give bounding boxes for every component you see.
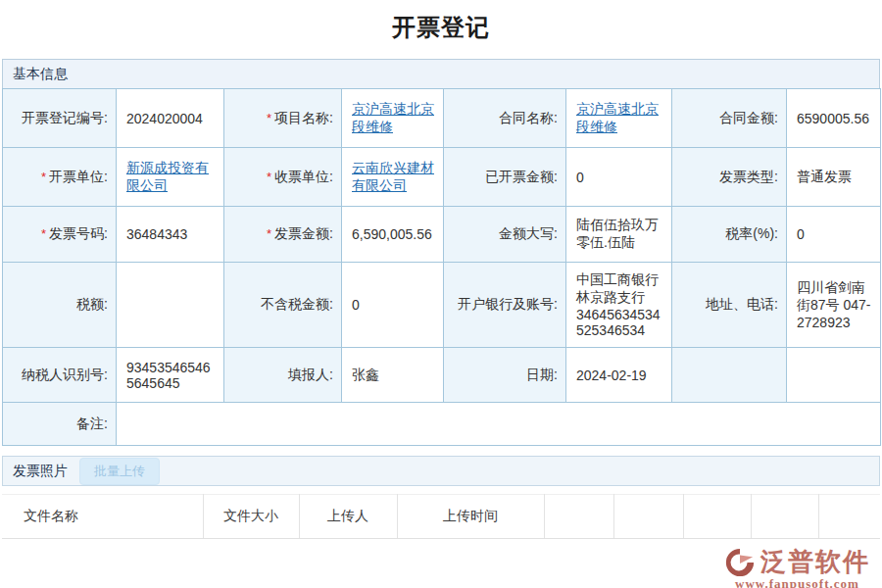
issuer-link[interactable]: 新源成投资有限公司 bbox=[126, 160, 209, 193]
field-label-invoice-type: 发票类型: bbox=[672, 148, 787, 207]
field-label-reg-no: 开票登记编号: bbox=[3, 89, 117, 148]
attachment-column-empty bbox=[544, 495, 613, 539]
section-title-invoice-photos: 发票照片 bbox=[13, 463, 68, 480]
attachment-column-uploader: 上传人 bbox=[299, 495, 397, 539]
required-asterisk: * bbox=[41, 170, 46, 184]
field-label-contract-name: 合同名称: bbox=[444, 89, 566, 148]
table-row: 开票登记编号: 2024020004 *项目名称: 京沪高速北京段维修 合同名称… bbox=[3, 89, 881, 148]
field-label-tax-amount: 税额: bbox=[3, 263, 117, 348]
required-asterisk: * bbox=[267, 226, 271, 241]
table-row: 备注: bbox=[3, 403, 881, 446]
field-value-bank-account: 中国工商银行林京路支行 34645634534525346534 bbox=[566, 263, 672, 348]
attachment-column-upload-time: 上传时间 bbox=[397, 495, 544, 539]
section-header-invoice-photos: 发票照片 批量上传 bbox=[2, 456, 880, 486]
field-value-contract-amount: 6590005.56 bbox=[787, 89, 881, 148]
project-link[interactable]: 京沪高速北京段维修 bbox=[352, 101, 434, 134]
field-label-receiver: *收票单位: bbox=[224, 148, 342, 207]
table-row: *开票单位: 新源成投资有限公司 *收票单位: 云南欣兴建材有限公司 已开票金额… bbox=[3, 148, 881, 207]
required-asterisk: * bbox=[267, 111, 271, 125]
field-label-bank-account: 开户银行及账号: bbox=[444, 263, 566, 348]
field-label-remark: 备注: bbox=[3, 403, 117, 446]
field-label-date: 日期: bbox=[444, 348, 566, 403]
attachment-column-file-size: 文件大小 bbox=[203, 495, 299, 539]
field-label-amount-excl-tax: 不含税金额: bbox=[224, 263, 342, 348]
attachments-table: 文件名称 文件大小 上传人 上传时间 bbox=[2, 494, 880, 539]
table-row: *发票号码: 36484343 *发票金额: 6,590,005.56 金额大写… bbox=[3, 207, 881, 263]
field-value-filler: 张鑫 bbox=[342, 348, 444, 403]
attachment-column-empty bbox=[751, 495, 818, 539]
brand-url[interactable]: www.fanpusoft.com bbox=[735, 576, 859, 588]
field-value-issuer: 新源成投资有限公司 bbox=[117, 148, 224, 207]
field-value-invoiced-amount: 0 bbox=[566, 148, 672, 207]
attachment-column-empty bbox=[613, 495, 683, 539]
field-label-amount-caps: 金额大写: bbox=[444, 207, 566, 263]
fanpu-logo-icon bbox=[724, 547, 756, 578]
attachments-header-row: 文件名称 文件大小 上传人 上传时间 bbox=[2, 495, 880, 539]
fanpu-brand: 泛普软件 www.fanpusoft.com bbox=[724, 545, 870, 588]
field-value-project: 京沪高速北京段维修 bbox=[342, 89, 444, 148]
brand-name: 泛普软件 bbox=[760, 545, 870, 579]
contract-link[interactable]: 京沪高速北京段维修 bbox=[576, 101, 659, 134]
field-value-invoice-no: 36484343 bbox=[117, 207, 224, 263]
batch-upload-button[interactable]: 批量上传 bbox=[79, 458, 160, 485]
field-value-tax-rate: 0 bbox=[787, 207, 881, 263]
field-label-invoice-no: *发票号码: bbox=[3, 207, 117, 263]
field-value-empty bbox=[787, 348, 881, 403]
field-label-contract-amount: 合同金额: bbox=[672, 89, 787, 148]
required-asterisk: * bbox=[41, 226, 46, 241]
field-value-tax-amount bbox=[117, 263, 224, 348]
basic-info-table: 开票登记编号: 2024020004 *项目名称: 京沪高速北京段维修 合同名称… bbox=[2, 88, 881, 446]
field-label-filler: 填报人: bbox=[224, 348, 342, 403]
field-value-contract-name: 京沪高速北京段维修 bbox=[566, 89, 672, 148]
attachment-column-empty bbox=[818, 495, 880, 539]
field-label-invoice-amount: *发票金额: bbox=[224, 207, 342, 263]
footer: 泛普软件 www.fanpusoft.com bbox=[0, 545, 870, 588]
field-value-receiver: 云南欣兴建材有限公司 bbox=[342, 148, 444, 207]
section-title-basic-info: 基本信息 bbox=[13, 66, 68, 83]
required-asterisk: * bbox=[267, 170, 271, 184]
field-label-issuer: *开票单位: bbox=[3, 148, 117, 207]
field-value-reg-no: 2024020004 bbox=[117, 89, 224, 148]
field-value-amount-excl-tax: 0 bbox=[342, 263, 444, 348]
field-label-invoiced-amount: 已开票金额: bbox=[444, 148, 566, 207]
field-value-amount-caps: 陆佰伍拾玖万零伍.伍陆 bbox=[566, 207, 672, 263]
field-label-address-phone: 地址、电话: bbox=[672, 263, 787, 348]
table-row: 纳税人识别号: 934535465465645645 填报人: 张鑫 日期: 2… bbox=[3, 348, 881, 403]
table-row: 税额: 不含税金额: 0 开户银行及账号: 中国工商银行林京路支行 346456… bbox=[3, 263, 881, 348]
field-value-address-phone: 四川省剑南街87号 047-2728923 bbox=[787, 263, 881, 348]
field-label-tax-rate: 税率(%): bbox=[672, 207, 787, 263]
field-value-invoice-amount: 6,590,005.56 bbox=[342, 207, 444, 263]
receiver-link[interactable]: 云南欣兴建材有限公司 bbox=[352, 160, 434, 193]
field-label-project: *项目名称: bbox=[224, 89, 342, 148]
field-value-invoice-type: 普通发票 bbox=[787, 148, 881, 207]
field-value-date: 2024-02-19 bbox=[566, 348, 672, 403]
field-value-taxpayer-id: 934535465465645645 bbox=[117, 348, 224, 403]
field-label-taxpayer-id: 纳税人识别号: bbox=[3, 348, 117, 403]
attachment-column-empty bbox=[683, 495, 751, 539]
field-label-empty bbox=[672, 348, 787, 403]
field-value-remark bbox=[117, 403, 881, 446]
attachment-column-file-name: 文件名称 bbox=[2, 495, 203, 539]
section-header-basic-info: 基本信息 bbox=[2, 59, 880, 89]
page-title: 开票登记 bbox=[0, 0, 882, 43]
